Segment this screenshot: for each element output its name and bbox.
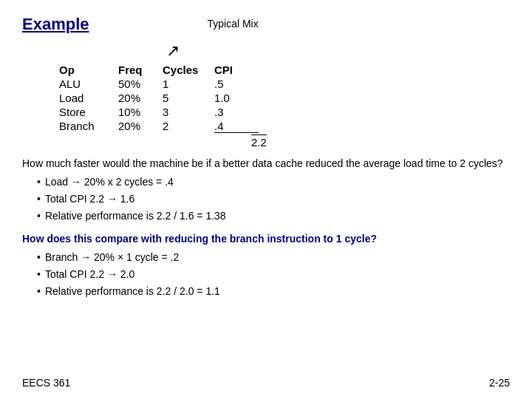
col-header-cycles: Cycles bbox=[163, 64, 214, 76]
total-cpi: 2.2 bbox=[251, 134, 267, 149]
question1-bullets: • Load → 20% x 2 cycles = .4 • Total CPI… bbox=[37, 174, 510, 224]
question2-bullets: • Branch → 20% × 1 cycle = .2 • Total CP… bbox=[37, 250, 510, 299]
row-alu-freq: 50% bbox=[118, 78, 163, 90]
footer: EECS 361 2-25 bbox=[22, 377, 510, 389]
bullet-dot-icon: • bbox=[37, 284, 41, 299]
q2-bullet-1: • Branch → 20% × 1 cycle = .2 bbox=[37, 250, 510, 265]
row-alu-op: ALU bbox=[59, 78, 118, 90]
question2-section: How does this compare with reducing the … bbox=[22, 231, 510, 299]
row-branch-freq: 20% bbox=[118, 120, 163, 133]
page-title: Example bbox=[22, 15, 89, 34]
q1-bullet-1: • Load → 20% x 2 cycles = .4 bbox=[37, 174, 510, 190]
row-alu-cycles: 1 bbox=[163, 78, 214, 90]
question2-text: How does this compare with reducing the … bbox=[22, 231, 510, 247]
row-load-cpi: 1.0 bbox=[214, 92, 259, 104]
row-store-cpi: .3 bbox=[214, 106, 259, 118]
row-branch-op: Branch bbox=[59, 120, 118, 133]
q1-bullet-2-text: Total CPI 2.2 → 1.6 bbox=[45, 191, 134, 207]
row-branch-cpi: .4 bbox=[214, 120, 259, 133]
row-branch-cycles: 2 bbox=[163, 120, 214, 133]
row-store-op: Store bbox=[59, 106, 118, 118]
q1-bullet-3-text: Relative performance is 2.2 / 1.6 = 1.38 bbox=[45, 208, 226, 224]
row-load-freq: 20% bbox=[118, 92, 163, 104]
col-header-freq: Freq bbox=[118, 64, 163, 76]
course-label: EECS 361 bbox=[22, 377, 70, 389]
question1-section: How much faster would the machine be if … bbox=[22, 156, 510, 224]
q1-bullet-3: • Relative performance is 2.2 / 1.6 = 1.… bbox=[37, 208, 510, 224]
col-header-op: Op bbox=[59, 64, 118, 76]
question1-text: How much faster would the machine be if … bbox=[22, 156, 510, 171]
slide-number: 2-25 bbox=[489, 377, 510, 389]
data-table: Op Freq Cycles CPI ALU 50% 1 .5 Load 20%… bbox=[59, 64, 510, 149]
bullet-dot-icon: • bbox=[37, 174, 41, 190]
bullet-dot-icon: • bbox=[37, 267, 41, 282]
bullet-dot-icon: • bbox=[37, 250, 41, 265]
row-store-freq: 10% bbox=[118, 106, 163, 118]
q2-bullet-3: • Relative performance is 2.2 / 2.0 = 1.… bbox=[37, 284, 510, 299]
total-row: 2.2 bbox=[96, 134, 510, 149]
q2-bullet-3-text: Relative performance is 2.2 / 2.0 = 1.1 bbox=[45, 284, 220, 299]
row-load-cycles: 5 bbox=[163, 92, 214, 104]
row-store-cycles: 3 bbox=[163, 106, 214, 118]
bullet-dot-icon: • bbox=[37, 191, 41, 207]
q1-bullet-2: • Total CPI 2.2 → 1.6 bbox=[37, 191, 510, 207]
q2-bullet-1-text: Branch → 20% × 1 cycle = .2 bbox=[45, 250, 179, 265]
row-alu-cpi: .5 bbox=[214, 78, 259, 90]
q2-bullet-2-text: Total CPI 2.2 → 2.0 bbox=[45, 267, 134, 282]
q1-bullet-1-text: Load → 20% x 2 cycles = .4 bbox=[45, 174, 174, 190]
arrow-indicator: ↗ bbox=[166, 41, 510, 61]
q2-bullet-2: • Total CPI 2.2 → 2.0 bbox=[37, 267, 510, 282]
col-header-cpi: CPI bbox=[214, 64, 259, 76]
typical-mix-label: Typical Mix bbox=[208, 18, 259, 30]
bullet-dot-icon: • bbox=[37, 208, 41, 224]
row-load-op: Load bbox=[59, 92, 118, 104]
